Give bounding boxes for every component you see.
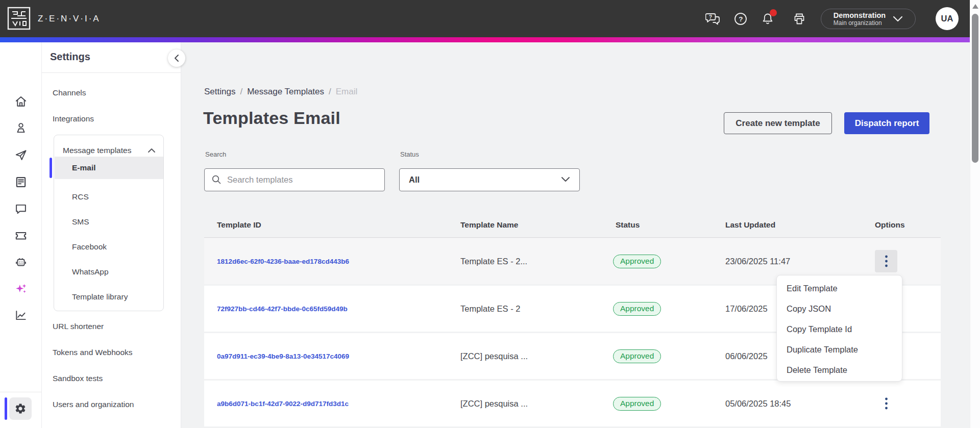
page: Z·E·N·V·I·A ? ? [0,0,980,428]
page-scrollbar [970,0,980,428]
status-select-value: All [409,175,420,185]
notifications-bell-icon[interactable] [757,0,778,37]
breadcrumb-message-templates[interactable]: Message Templates [247,87,324,97]
topbar: Z·E·N·V·I·A ? ? [0,0,980,37]
menu-item-edit-template[interactable]: Edit Template [777,278,902,298]
chevron-down-icon [561,177,570,182]
breadcrumb-settings[interactable]: Settings [204,87,235,97]
help-icon[interactable]: ? [730,0,751,37]
svg-text:?: ? [739,15,743,23]
sidebar-item-sandbox-tests[interactable]: Sandbox tests [53,374,103,383]
icon-rail [0,42,42,428]
template-name: Template ES - 2... [460,257,527,266]
sidebar-item-facebook[interactable]: Facebook [72,242,107,251]
sidebar-item-rcs[interactable]: RCS [72,192,89,202]
scrollbar-up-arrow[interactable] [972,4,978,9]
search-icon [211,174,222,185]
chevron-up-icon [148,148,156,153]
template-id-link[interactable]: 1812d6ec-62f0-4236-baae-ed178cd443b6 [217,258,349,265]
sidebar-item-email[interactable]: E-mail [55,157,163,179]
status-badge: Approved [613,255,661,268]
home-icon[interactable] [14,94,28,109]
table-row: a9b6d071-bc1f-42d7-9022-d9d717fd3d1c [ZC… [204,381,941,426]
kebab-icon [885,397,888,410]
table-header: Template ID Template Name Status Last Up… [204,214,941,238]
panel-divider [42,72,181,73]
avatar[interactable]: UA [936,7,959,30]
scrollbar-thumb[interactable] [972,14,978,163]
brand-name: Z·E·N·V·I·A [38,0,101,37]
col-template-id: Template ID [217,220,261,230]
settings-active-indicator [5,397,7,420]
sidebar-item-tokens-webhooks[interactable]: Tokens and Webhooks [53,348,133,357]
panel-title: Settings [50,51,90,63]
sidebar-item-whatsapp[interactable]: WhatsApp [72,267,109,276]
zenvia-logo-icon [7,7,31,30]
documents-icon[interactable] [14,175,28,189]
organization-selector[interactable]: Demonstration Main organization [821,9,916,29]
sidebar-item-template-library[interactable]: Template library [72,292,128,301]
status-badge: Approved [613,349,661,363]
settings-gear-icon[interactable] [9,397,32,420]
menu-item-delete-template[interactable]: Delete Template [777,360,902,380]
notification-badge [770,9,777,16]
analytics-icon[interactable] [14,308,28,322]
message-templates-group: Message templates E-mail RCS SMS Faceboo… [54,135,164,311]
last-updated: 05/06/2025 18:45 [725,399,791,409]
sidebar-item-users-and-organization[interactable]: Users and organization [53,400,134,409]
bot-icon[interactable] [14,255,28,269]
sidebar-item-message-templates[interactable]: Message templates [63,146,156,155]
send-icon[interactable] [14,148,28,162]
chevron-left-icon [174,54,179,62]
sidebar-item-sms[interactable]: SMS [72,217,89,226]
last-updated: 06/06/2025 [725,351,768,361]
row-options-button[interactable] [875,250,897,272]
group-label: Message templates [63,146,131,155]
page-title: Templates Email [203,108,340,128]
chat-icon[interactable] [14,202,28,216]
feedback-chat-icon[interactable]: ? [703,0,723,37]
organization-name: Demonstration [834,11,886,19]
row-options-button[interactable] [875,392,897,415]
menu-item-copy-template-id[interactable]: Copy Template Id [777,319,902,339]
template-id-link[interactable]: 0a97d911-ec39-4be9-8a13-0e34517c4069 [217,353,349,360]
print-icon[interactable] [789,0,810,37]
col-status: Status [616,220,640,230]
breadcrumb-separator: / [329,87,331,97]
status-label: Status [400,150,419,158]
brand-gradient-bar [0,37,980,42]
sidebar-item-channels[interactable]: Channels [53,88,86,97]
rail-divider [0,392,42,392]
status-select[interactable]: All [399,168,580,191]
sidebar-item-integrations[interactable]: Integrations [53,114,94,123]
sidebar-item-url-shortener[interactable]: URL shortener [53,322,104,331]
menu-item-copy-json[interactable]: Copy JSON [777,298,902,319]
email-active-indicator [50,158,52,178]
svg-text:?: ? [709,14,712,19]
template-id-link[interactable]: 72f927bb-cd46-42f7-bbde-0c65fd59d49b [217,305,348,313]
breadcrumb: Settings / Message Templates / Email [204,87,357,97]
organization-subtitle: Main organization [834,19,886,27]
breadcrumb-email: Email [336,87,358,97]
breadcrumb-separator: / [240,87,242,97]
ai-sparkles-icon[interactable] [14,282,28,296]
template-id-link[interactable]: a9b6d071-bc1f-42d7-9022-d9d717fd3d1c [217,400,349,408]
last-updated: 23/06/2025 11:47 [725,257,790,266]
col-options: Options [875,220,905,230]
row-options-menu: Edit Template Copy JSON Copy Template Id… [776,275,902,382]
search-input[interactable] [204,168,385,191]
col-template-name: Template Name [460,220,518,230]
col-last-updated: Last Updated [725,220,775,230]
zenvia-logo[interactable] [7,7,31,30]
collapse-panel-button[interactable] [168,49,185,67]
menu-item-duplicate-template[interactable]: Duplicate Template [777,339,902,360]
chevron-down-icon [893,16,903,22]
dispatch-report-button[interactable]: Dispatch report [844,112,929,134]
create-new-template-button[interactable]: Create new template [724,112,832,134]
search-field [204,168,385,191]
last-updated: 17/06/2025 [725,304,768,314]
kebab-icon [885,255,888,267]
contacts-icon[interactable] [14,121,28,135]
template-name: Template ES - 2 [460,304,520,314]
ticket-icon[interactable] [14,229,28,243]
